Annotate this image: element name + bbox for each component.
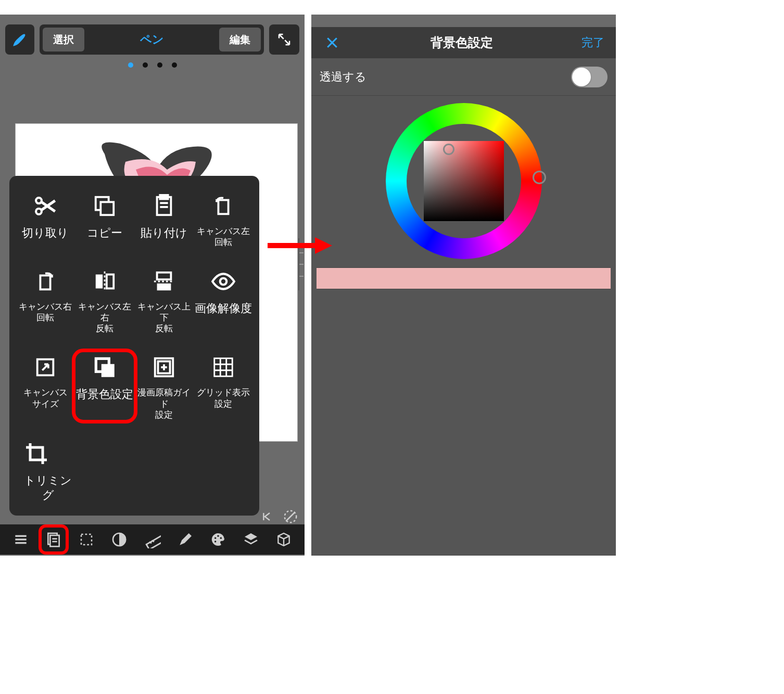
top-toolbar: 選択 ペン 編集 (5, 23, 299, 56)
svg-point-47 (220, 537, 222, 539)
menu-button[interactable] (9, 528, 33, 551)
modal-header: 背景色設定 完了 (311, 27, 616, 58)
svg-rect-11 (40, 275, 50, 289)
svg-rect-36 (48, 533, 57, 544)
mode-edit-button[interactable]: 編集 (219, 28, 261, 52)
bottom-toolbar (0, 524, 305, 555)
brush-tool-nav-button[interactable] (173, 528, 197, 551)
action-rotate-right[interactable]: キャンバス右 回転 (16, 268, 75, 335)
app-right-screen: 背景色設定 完了 透過する (311, 15, 616, 556)
flip-h-icon (89, 268, 120, 295)
cell-label: グリッド表示 設定 (197, 387, 250, 409)
ruler-tool-button[interactable] (140, 528, 164, 551)
svg-rect-40 (81, 534, 92, 545)
toggle-knob (572, 68, 591, 86)
cell-label: キャンバス上下 反転 (134, 301, 194, 335)
page-indicator (0, 62, 305, 68)
sv-square[interactable] (424, 141, 504, 221)
svg-rect-16 (157, 283, 171, 290)
layers-square-icon (89, 354, 120, 381)
svg-point-48 (214, 541, 216, 542)
rotate-right-icon (30, 268, 61, 295)
action-background-color[interactable]: 背景色設定 (75, 354, 134, 420)
action-flip-vertical[interactable]: キャンバス上下 反転 (134, 268, 194, 335)
color-wheel[interactable] (386, 103, 542, 259)
svg-rect-37 (50, 535, 59, 546)
grid-icon (208, 354, 239, 381)
close-button[interactable] (323, 33, 342, 52)
cell-label: 漫画原稿ガイド 設定 (134, 387, 194, 420)
transparent-label: 透過する (320, 69, 571, 85)
page-dot (128, 62, 133, 68)
resize-icon (30, 354, 61, 381)
action-rotate-left[interactable]: キャンバス左 回転 (194, 192, 253, 248)
scissors-icon (30, 192, 61, 220)
svg-point-18 (220, 278, 227, 285)
fullscreen-button[interactable] (269, 24, 299, 55)
palette-button[interactable] (206, 528, 230, 551)
action-paste[interactable]: 貼り付け (134, 192, 194, 248)
cell-label: 切り取り (22, 226, 69, 240)
action-canvas-size[interactable]: キャンバス サイズ (16, 354, 75, 420)
action-resolution[interactable]: 画像解像度 (194, 268, 253, 335)
action-grid-settings[interactable]: グリッド表示 設定 (194, 354, 253, 420)
frame-plus-icon (148, 354, 180, 381)
svg-point-46 (217, 535, 219, 537)
transparent-toggle[interactable] (571, 67, 608, 87)
marquee-tool-button[interactable] (74, 528, 98, 551)
flip-v-icon (148, 268, 180, 295)
svg-line-32 (286, 512, 295, 521)
rotate-left-icon (208, 192, 239, 220)
sv-indicator[interactable] (443, 144, 454, 155)
svg-rect-5 (100, 202, 113, 215)
arrow-annotation (265, 235, 332, 249)
fill-tool-button[interactable] (107, 528, 131, 551)
cell-label: キャンバス左右 反転 (75, 301, 134, 335)
transparent-row: 透過する (311, 58, 616, 96)
cell-label: キャンバス右 回転 (19, 301, 72, 324)
done-button[interactable]: 完了 (581, 35, 604, 50)
layers-button[interactable] (239, 528, 263, 551)
action-manga-guide[interactable]: 漫画原稿ガイド 設定 (134, 354, 194, 420)
svg-rect-9 (160, 195, 168, 199)
mode-pen-button[interactable]: ペン (87, 28, 216, 52)
app-left-screen: 選択 ペン 編集 (0, 15, 305, 556)
svg-rect-20 (96, 359, 109, 372)
paste-icon (148, 192, 180, 220)
selected-color-swatch[interactable] (317, 267, 611, 289)
action-cut[interactable]: 切り取り (16, 192, 75, 248)
svg-rect-21 (102, 364, 115, 377)
hue-indicator[interactable] (533, 171, 546, 184)
cell-label: コピー (87, 226, 122, 240)
materials-button[interactable] (272, 528, 296, 551)
cell-label: キャンバス左 回転 (197, 226, 250, 248)
svg-rect-15 (157, 272, 171, 279)
cell-label: 背景色設定 (76, 387, 133, 402)
svg-rect-10 (218, 200, 228, 214)
skip-prev-icon[interactable] (259, 509, 273, 524)
page-dot (172, 62, 177, 68)
modal-title: 背景色設定 (342, 34, 581, 51)
deselect-icon[interactable] (283, 509, 298, 524)
action-flip-horizontal[interactable]: キャンバス左右 反転 (75, 268, 134, 335)
cell-label: キャンバス サイズ (23, 387, 68, 409)
action-trim[interactable]: トリミング (16, 440, 75, 502)
canvas-settings-button[interactable] (42, 528, 66, 551)
mode-select-button[interactable]: 選択 (43, 28, 84, 52)
svg-point-45 (214, 537, 216, 539)
action-copy[interactable]: コピー (75, 192, 134, 248)
crop-icon (21, 440, 52, 467)
mini-tool-row (259, 509, 298, 524)
page-dot (157, 62, 162, 68)
svg-rect-26 (214, 358, 233, 377)
brush-tool-button[interactable] (5, 24, 34, 55)
color-picker-area (311, 96, 616, 556)
canvas-actions-popup: 切り取り コピー 貼り付け キャンバス左 回転 キャンバス右 回転 (9, 176, 259, 516)
mode-segmented-control: 選択 ペン 編集 (40, 24, 264, 55)
cell-label: トリミング (21, 473, 75, 502)
copy-icon (89, 192, 120, 220)
cell-label: 貼り付け (141, 226, 187, 240)
cell-label: 画像解像度 (195, 301, 252, 316)
svg-rect-12 (96, 274, 103, 288)
page-dot (143, 62, 148, 68)
